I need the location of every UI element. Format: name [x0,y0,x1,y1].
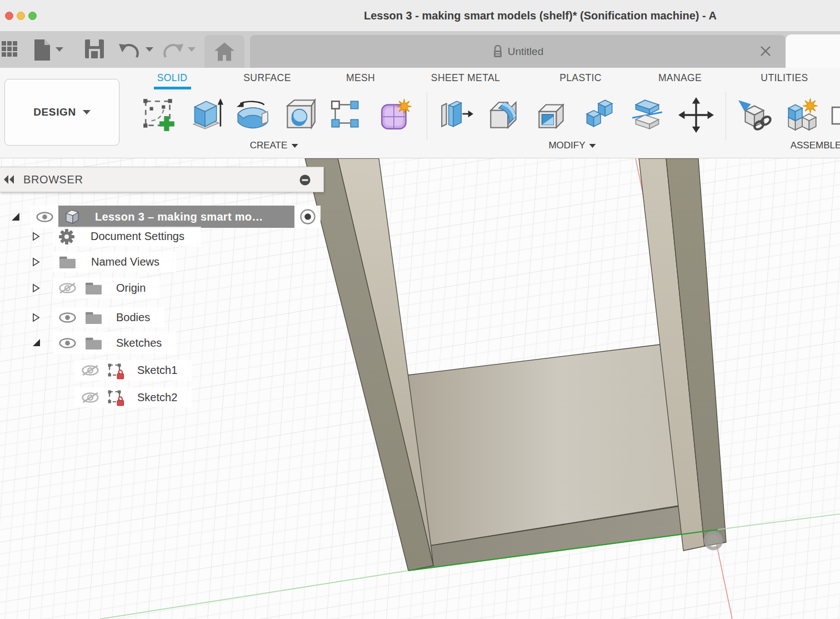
origin-point[interactable] [706,533,721,548]
shell-button[interactable] [532,93,572,137]
rectangular-pattern-button[interactable] [326,93,366,137]
ribbon-tab-utilities[interactable]: UTILITIES [761,72,808,84]
close-tab-icon[interactable] [759,44,772,58]
revolve-button[interactable] [233,93,273,137]
sketch-locked-icon [107,362,125,380]
caret-down-icon [83,110,91,114]
new-file-menu-caret-icon[interactable] [56,47,63,52]
item-label: Sketch1 [137,364,177,377]
ribbon-tab-solid[interactable]: SOLID [157,72,188,84]
create-sketch-icon [141,97,178,133]
undo-icon[interactable] [118,39,140,59]
collapsed-triangle-icon[interactable] [32,283,41,293]
browser-item-named-views[interactable]: Named Views [32,252,176,272]
viewport-3d[interactable]: BROWSER Less [0,158,840,619]
item-label: Document Settings [91,230,184,243]
folder-icon [58,254,77,269]
browser-item-sketch1[interactable]: Sketch1 [74,360,192,381]
ribbon-tab-plastic[interactable]: PLASTIC [559,72,602,84]
zoom-window-button[interactable] [28,12,37,20]
close-window-button[interactable] [5,12,13,20]
collapse-panel-icon[interactable] [3,174,16,184]
caret-down-icon [291,144,298,148]
minimize-window-button[interactable] [17,12,25,20]
eye-hidden-icon[interactable] [81,365,99,376]
create-group-label[interactable]: CREATE [250,140,298,151]
ribbon-tab-mesh[interactable]: MESH [346,72,375,84]
app-grid-icon[interactable] [2,41,18,58]
insert-derive-button[interactable] [736,93,776,137]
workspace-selector[interactable]: DESIGN [4,79,119,146]
expanded-triangle-icon[interactable] [11,212,21,222]
browser-root-row[interactable]: Lesson 3 – making smart mo… [11,206,321,228]
activate-cell[interactable] [294,206,321,228]
radio-active-icon[interactable] [299,208,316,225]
revolve-icon [234,97,271,133]
undo-menu-caret-icon[interactable] [146,47,153,52]
eye-visible-icon[interactable] [58,337,77,349]
redo-menu-caret-icon[interactable] [188,47,196,52]
insert-derive-icon [737,97,774,133]
browser-item-sketch2[interactable]: Sketch2 [74,387,192,407]
fillet-button[interactable] [483,93,523,137]
collapsed-triangle-icon[interactable] [32,232,41,241]
ribbon-tab-sheet-metal[interactable]: SHEET METAL [431,72,500,84]
eye-visible-icon[interactable] [36,211,54,223]
modify-group-label[interactable]: MODIFY [548,140,596,151]
new-tab-area[interactable] [786,34,840,68]
lock-icon [492,44,503,59]
root-document-label: Lesson 3 – making smart mo… [95,211,263,223]
browser-panel-title: BROWSER [23,173,83,186]
item-label: Bodies [116,311,150,324]
folder-icon [84,336,103,351]
ribbon-tab-manage[interactable]: MANAGE [658,72,702,84]
remove-panel-icon[interactable] [299,174,311,186]
new-component-button[interactable] [782,93,822,137]
eye-hidden-icon[interactable] [58,282,77,294]
item-label: Sketch2 [137,391,177,404]
split-body-button[interactable] [627,93,667,137]
browser-item-bodies[interactable]: Bodies [32,307,164,327]
home-view-button[interactable] [204,35,244,68]
create-form-button[interactable] [376,93,416,137]
combine-icon [581,97,618,133]
assemble-group-text: ASSEMBLE [791,140,840,151]
expanded-triangle-icon[interactable] [32,338,41,347]
item-label: Origin [116,282,146,294]
caret-down-icon [589,144,596,148]
eye-hidden-icon[interactable] [81,392,99,403]
combine-button[interactable] [579,93,619,137]
create-form-icon [377,97,414,133]
browser-item-origin[interactable]: Origin [32,278,160,298]
collapsed-triangle-icon[interactable] [32,257,41,267]
document-tab-label: Untitled [508,46,543,58]
collapsed-triangle-icon[interactable] [32,313,41,322]
ribbon-tab-surface[interactable]: SURFACE [243,72,291,84]
press-pull-button[interactable] [436,93,476,137]
window-controls [5,12,37,20]
create-sketch-button[interactable] [139,93,179,137]
redo-icon[interactable] [162,39,184,59]
move-copy-button[interactable] [676,93,716,137]
browser-panel-header[interactable]: BROWSER [0,167,324,192]
hole-button[interactable] [280,93,320,137]
fusion-360-window: Lesson 3 - making smart models (shelf)* … [0,0,840,619]
ground-button-partial[interactable] [830,93,840,137]
create-group-text: CREATE [250,140,288,151]
press-pull-icon [437,97,474,133]
assemble-group-label[interactable]: ASSEMBLE [791,140,840,151]
eye-visible-icon[interactable] [58,312,77,323]
root-document-item[interactable]: Lesson 3 – making smart mo… [58,206,294,228]
folder-icon [84,281,103,296]
save-icon[interactable] [84,39,104,59]
window-title: Lesson 3 - making smart models (shelf)* … [364,0,840,31]
new-file-icon[interactable] [33,39,51,61]
visibility-cell[interactable] [31,206,58,228]
extrude-button[interactable] [185,93,225,137]
document-tab[interactable]: Untitled [250,35,786,68]
hole-icon [282,97,318,133]
item-label: Sketches [116,337,162,350]
browser-item-document-settings[interactable]: Document Settings [32,227,201,246]
application-toolbar: Untitled [0,32,840,68]
browser-item-sketches[interactable]: Sketches [32,332,176,354]
